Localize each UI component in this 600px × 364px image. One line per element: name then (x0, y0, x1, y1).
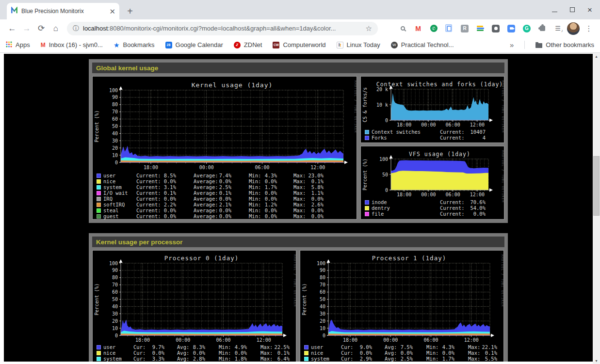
svg-text:RRDTOOL / TOBI OETIKER: RRDTOOL / TOBI OETIKER (293, 254, 296, 307)
legend-stat-pair: Max:5.5% (468, 356, 497, 362)
rakuten-icon[interactable]: R (458, 22, 471, 35)
other-bookmarks-button[interactable]: Other bookmarks (535, 41, 594, 48)
new-tab-button[interactable]: + (123, 4, 137, 18)
legend-stat-pair: Avg:2.8% (177, 356, 205, 362)
legend-row: niceCurrent:0.0%Average:0.0%Min:0.0%Max:… (97, 178, 356, 184)
books-icon[interactable] (474, 22, 486, 35)
svg-text:RRDTOOL / TOBI OETIKER: RRDTOOL / TOBI OETIKER (501, 80, 504, 133)
bookmark-star-icon[interactable]: ☆ (366, 24, 372, 33)
back-button[interactable]: ← (5, 21, 19, 36)
kernel-usage-legend: userCurrent:8.5%Average:7.4%Min:4.3%Max:… (97, 173, 356, 219)
bookmarks-overflow-chevron[interactable]: » (510, 41, 514, 49)
browser-tab[interactable]: Blue Precision Monitorix ✕ (7, 3, 119, 19)
reload-button[interactable]: ⟳ (34, 21, 49, 36)
processor-0-legend: userCur:9.7%Avg:8.3%Min:4.9%Max:22.5%nic… (97, 344, 295, 362)
legend-value: 0.1% (485, 350, 497, 356)
svg-text:06:00: 06:00 (446, 192, 460, 197)
home-button[interactable]: ⌂ (49, 21, 63, 36)
legend-current-pair: Current:70.6% (440, 199, 486, 205)
legend-label: Max: (293, 207, 306, 213)
forward-button[interactable]: → (19, 21, 34, 36)
svg-text:70: 70 (320, 282, 325, 287)
legend-label: Cur: (341, 350, 353, 356)
legend-stat-pair: Cur:9.0% (341, 344, 372, 350)
legend-label: Min: (249, 173, 261, 178)
legend-stat-pair: Cur:0.0% (341, 350, 372, 356)
legend-stat-pair: Max:0.1% (293, 178, 324, 184)
svg-text:Percent (%): Percent (%) (94, 283, 99, 315)
pocket-icon[interactable] (489, 22, 502, 35)
context-switches-graph-panel[interactable]: 010 k20 k18:0000:0006:0012:00Context swi… (360, 76, 504, 143)
legend-value: 2.8% (193, 356, 205, 362)
legend-name: softIRQ (103, 202, 135, 207)
voice-icon[interactable]: ✆ (427, 22, 440, 35)
legend-label: Average: (194, 202, 218, 207)
svg-text:80: 80 (112, 275, 118, 280)
vfs-usage-graph-panel[interactable]: 05010018:0000:0006:0012:00VFS usage (1da… (360, 146, 504, 220)
legend-value: 10407 (470, 129, 486, 135)
legend-label: Max: (293, 178, 306, 184)
legend-label: Min: (249, 202, 261, 207)
svg-text:00:00: 00:00 (176, 337, 190, 343)
page-info-icon[interactable]: ⓘ (73, 24, 79, 33)
legend-label: Avg: (177, 356, 189, 362)
processor-0-graph-panel[interactable]: 010203040506070809010018:0000:0006:0012:… (92, 250, 296, 362)
scrollbar-down-arrow[interactable]: ▼ (593, 357, 600, 364)
profile-avatar[interactable] (567, 22, 580, 35)
legend-stat-pair: Max:22.5% (260, 344, 290, 350)
minimize-button[interactable] (552, 5, 557, 14)
close-button[interactable]: × (587, 6, 592, 14)
bookmark-bookmarks[interactable]: ★ Bookmarks (114, 41, 155, 49)
bookmark-apps[interactable]: Apps (6, 41, 30, 49)
address-bar[interactable]: ⓘ localhost:8080/monitorix-cgi/monitorix… (67, 22, 378, 35)
legend-swatch (365, 130, 369, 134)
legend-label: Average: (194, 207, 218, 213)
legend-value: 0.0% (265, 196, 277, 202)
legend-stat-pair: Current:8.5% (136, 173, 176, 178)
maximize-button[interactable] (570, 5, 575, 14)
legend-stat-pair: Max:22.1% (468, 344, 497, 350)
legend-name: nice (311, 350, 340, 356)
legend-value: 0.0% (235, 350, 247, 356)
legend-stat-pair: Max:23.0% (293, 173, 324, 178)
tab-close-icon[interactable]: ✕ (109, 8, 115, 15)
legend-label: Current: (136, 213, 161, 219)
search-icon[interactable] (396, 22, 409, 35)
legend-swatch (97, 351, 101, 355)
copy-pages-icon[interactable] (443, 22, 455, 35)
bookmark-practical-technology[interactable]: W Practical Technol... (391, 41, 454, 48)
puzzle-extensions-icon[interactable] (536, 22, 549, 35)
svg-text:100: 100 (317, 261, 325, 266)
browser-menu-icon[interactable]: ⋮ (583, 22, 595, 35)
legend-swatch (97, 174, 101, 178)
bookmark-computerworld[interactable]: CW Computerworld (273, 41, 325, 48)
legend-label: Max: (293, 202, 306, 207)
legend-label: Current: (136, 184, 161, 190)
kernel-usage-graph-panel[interactable]: 010203040506070809010018:0000:0006:0012:… (92, 76, 357, 220)
legend-stat-pair: Current:0.0% (136, 213, 176, 219)
gmail-icon[interactable]: M (412, 22, 424, 35)
legend-value: 8.5% (164, 173, 176, 178)
bookmark-google-calendar[interactable]: 28 Google Calendar (165, 41, 223, 48)
bookmark-zdnet[interactable]: Z ZDNet (234, 41, 262, 48)
legend-value: 0.0% (311, 207, 324, 213)
bookmark-inbox[interactable]: M Inbox (16) - sjvn0... (41, 41, 103, 48)
legend-value: 9.0% (360, 344, 372, 350)
legend-label: Min: (249, 207, 261, 213)
wordpress-icon: W (391, 42, 398, 48)
scrollbar-thumb[interactable] (593, 156, 600, 216)
legend-label: Min: (249, 184, 261, 190)
scrollbar-up-arrow[interactable]: ▲ (593, 53, 600, 60)
legend-row: fileCurrent:0.0% (365, 211, 503, 217)
bookmark-linux-today[interactable]: lt Linux Today (337, 41, 380, 48)
legend-stat-pair: Min:0.0% (249, 196, 277, 202)
processor-1-graph-panel[interactable]: 010203040506070809010018:0000:0006:0012:… (300, 250, 504, 362)
legend-label: Avg: (385, 344, 397, 350)
zoom-icon[interactable] (505, 22, 518, 35)
scrollbar[interactable]: ▲ ▼ (593, 53, 600, 364)
grammarly-icon[interactable]: G (520, 22, 533, 35)
legend-label: Min: (249, 213, 261, 219)
playlist-icon[interactable]: ☰ (551, 22, 564, 35)
svg-text:Kernel usage (1day): Kernel usage (1day) (192, 81, 273, 89)
legend-stat-pair: Current:0.1% (136, 190, 176, 196)
